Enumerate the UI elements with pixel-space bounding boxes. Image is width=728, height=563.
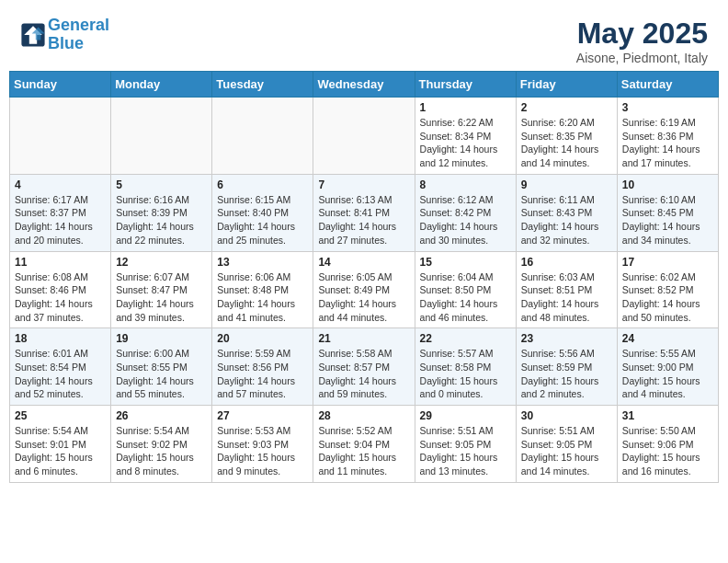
day-number: 27	[217, 409, 308, 422]
calendar-cell: 24Sunrise: 5:55 AMSunset: 9:00 PMDayligh…	[617, 328, 718, 406]
calendar-cell	[313, 98, 415, 175]
day-number: 4	[15, 178, 106, 191]
calendar-cell: 8Sunrise: 6:12 AMSunset: 8:42 PMDaylight…	[415, 174, 516, 251]
day-number: 24	[622, 332, 713, 345]
calendar-cell: 28Sunrise: 5:52 AMSunset: 9:04 PMDayligh…	[313, 406, 415, 483]
day-info: Sunrise: 6:08 AMSunset: 8:46 PMDaylight:…	[15, 270, 106, 325]
day-info: Sunrise: 6:17 AMSunset: 8:37 PMDaylight:…	[15, 193, 106, 247]
calendar-cell: 20Sunrise: 5:59 AMSunset: 8:56 PMDayligh…	[212, 328, 313, 406]
calendar-cell: 14Sunrise: 6:05 AMSunset: 8:49 PMDayligh…	[313, 251, 415, 328]
day-number: 17	[622, 256, 713, 269]
calendar-header-saturday: Saturday	[617, 72, 718, 98]
day-info: Sunrise: 5:57 AMSunset: 8:58 PMDaylight:…	[420, 347, 511, 401]
calendar-cell: 9Sunrise: 6:11 AMSunset: 8:43 PMDaylight…	[516, 174, 617, 251]
logo-text: GeneralBlue	[48, 17, 109, 53]
calendar-cell	[10, 98, 111, 175]
calendar-cell	[212, 98, 313, 175]
calendar-cell: 15Sunrise: 6:04 AMSunset: 8:50 PMDayligh…	[415, 251, 516, 328]
calendar-table: SundayMondayTuesdayWednesdayThursdayFrid…	[9, 71, 719, 483]
day-info: Sunrise: 5:51 AMSunset: 9:05 PMDaylight:…	[521, 424, 612, 478]
calendar-cell: 16Sunrise: 6:03 AMSunset: 8:51 PMDayligh…	[516, 251, 617, 328]
day-number: 8	[420, 178, 511, 191]
day-number: 13	[217, 256, 308, 269]
day-info: Sunrise: 5:51 AMSunset: 9:05 PMDaylight:…	[420, 424, 511, 478]
calendar-cell: 12Sunrise: 6:07 AMSunset: 8:47 PMDayligh…	[111, 251, 212, 328]
logo: GeneralBlue	[20, 17, 109, 53]
day-info: Sunrise: 5:52 AMSunset: 9:04 PMDaylight:…	[318, 424, 409, 478]
day-number: 3	[622, 101, 713, 114]
day-number: 30	[521, 409, 612, 422]
day-info: Sunrise: 5:58 AMSunset: 8:57 PMDaylight:…	[318, 347, 409, 401]
calendar-cell: 25Sunrise: 5:54 AMSunset: 9:01 PMDayligh…	[10, 406, 111, 483]
calendar-cell: 6Sunrise: 6:15 AMSunset: 8:40 PMDaylight…	[212, 174, 313, 251]
day-number: 19	[116, 332, 207, 345]
calendar-header-friday: Friday	[516, 72, 617, 98]
day-number: 11	[15, 256, 106, 269]
calendar-cell: 4Sunrise: 6:17 AMSunset: 8:37 PMDaylight…	[10, 174, 111, 251]
calendar-cell: 2Sunrise: 6:20 AMSunset: 8:35 PMDaylight…	[516, 98, 617, 175]
calendar-cell: 13Sunrise: 6:06 AMSunset: 8:48 PMDayligh…	[212, 251, 313, 328]
location-title: Aisone, Piedmont, Italy	[576, 51, 708, 65]
calendar-cell: 27Sunrise: 5:53 AMSunset: 9:03 PMDayligh…	[212, 406, 313, 483]
calendar-week-row: 4Sunrise: 6:17 AMSunset: 8:37 PMDaylight…	[10, 174, 719, 251]
calendar-cell: 7Sunrise: 6:13 AMSunset: 8:41 PMDaylight…	[313, 174, 415, 251]
day-info: Sunrise: 5:53 AMSunset: 9:03 PMDaylight:…	[217, 424, 308, 478]
calendar-header-wednesday: Wednesday	[313, 72, 415, 98]
day-info: Sunrise: 6:13 AMSunset: 8:41 PMDaylight:…	[318, 193, 409, 247]
day-number: 1	[420, 101, 511, 114]
day-number: 2	[521, 101, 612, 114]
day-number: 28	[318, 409, 409, 422]
page-header: GeneralBlue May 2025 Aisone, Piedmont, I…	[9, 9, 719, 71]
day-number: 18	[15, 332, 106, 345]
month-title: May 2025	[576, 17, 708, 51]
day-info: Sunrise: 6:06 AMSunset: 8:48 PMDaylight:…	[217, 270, 308, 325]
day-info: Sunrise: 5:55 AMSunset: 9:00 PMDaylight:…	[622, 347, 713, 401]
calendar-header-monday: Monday	[111, 72, 212, 98]
calendar-cell: 5Sunrise: 6:16 AMSunset: 8:39 PMDaylight…	[111, 174, 212, 251]
calendar-header-row: SundayMondayTuesdayWednesdayThursdayFrid…	[10, 72, 719, 98]
day-number: 12	[116, 256, 207, 269]
calendar-header-tuesday: Tuesday	[212, 72, 313, 98]
day-info: Sunrise: 5:59 AMSunset: 8:56 PMDaylight:…	[217, 347, 308, 401]
day-number: 22	[420, 332, 511, 345]
day-info: Sunrise: 6:07 AMSunset: 8:47 PMDaylight:…	[116, 270, 207, 325]
calendar-cell: 18Sunrise: 6:01 AMSunset: 8:54 PMDayligh…	[10, 328, 111, 406]
calendar-cell: 1Sunrise: 6:22 AMSunset: 8:34 PMDaylight…	[415, 98, 516, 175]
calendar-week-row: 1Sunrise: 6:22 AMSunset: 8:34 PMDaylight…	[10, 98, 719, 175]
day-number: 15	[420, 256, 511, 269]
day-info: Sunrise: 6:00 AMSunset: 8:55 PMDaylight:…	[116, 347, 207, 401]
day-info: Sunrise: 6:05 AMSunset: 8:49 PMDaylight:…	[318, 270, 409, 325]
day-info: Sunrise: 6:19 AMSunset: 8:36 PMDaylight:…	[622, 116, 713, 170]
calendar-cell: 31Sunrise: 5:50 AMSunset: 9:06 PMDayligh…	[617, 406, 718, 483]
day-info: Sunrise: 6:01 AMSunset: 8:54 PMDaylight:…	[15, 347, 106, 401]
day-number: 16	[521, 256, 612, 269]
day-info: Sunrise: 6:02 AMSunset: 8:52 PMDaylight:…	[622, 270, 713, 325]
day-info: Sunrise: 6:12 AMSunset: 8:42 PMDaylight:…	[420, 193, 511, 247]
day-number: 29	[420, 409, 511, 422]
calendar-week-row: 25Sunrise: 5:54 AMSunset: 9:01 PMDayligh…	[10, 406, 719, 483]
day-number: 7	[318, 178, 409, 191]
calendar-cell: 3Sunrise: 6:19 AMSunset: 8:36 PMDaylight…	[617, 98, 718, 175]
calendar-cell: 29Sunrise: 5:51 AMSunset: 9:05 PMDayligh…	[415, 406, 516, 483]
day-info: Sunrise: 6:11 AMSunset: 8:43 PMDaylight:…	[521, 193, 612, 247]
day-number: 14	[318, 256, 409, 269]
day-info: Sunrise: 5:54 AMSunset: 9:01 PMDaylight:…	[15, 424, 106, 478]
calendar-cell: 21Sunrise: 5:58 AMSunset: 8:57 PMDayligh…	[313, 328, 415, 406]
calendar-cell: 30Sunrise: 5:51 AMSunset: 9:05 PMDayligh…	[516, 406, 617, 483]
day-number: 6	[217, 178, 308, 191]
calendar-cell: 11Sunrise: 6:08 AMSunset: 8:46 PMDayligh…	[10, 251, 111, 328]
day-number: 10	[622, 178, 713, 191]
calendar-cell: 19Sunrise: 6:00 AMSunset: 8:55 PMDayligh…	[111, 328, 212, 406]
day-number: 31	[622, 409, 713, 422]
day-info: Sunrise: 6:16 AMSunset: 8:39 PMDaylight:…	[116, 193, 207, 247]
day-number: 21	[318, 332, 409, 345]
day-info: Sunrise: 5:56 AMSunset: 8:59 PMDaylight:…	[521, 347, 612, 401]
day-info: Sunrise: 6:10 AMSunset: 8:45 PMDaylight:…	[622, 193, 713, 247]
day-number: 20	[217, 332, 308, 345]
day-number: 9	[521, 178, 612, 191]
day-info: Sunrise: 6:04 AMSunset: 8:50 PMDaylight:…	[420, 270, 511, 325]
calendar-week-row: 11Sunrise: 6:08 AMSunset: 8:46 PMDayligh…	[10, 251, 719, 328]
calendar-cell: 10Sunrise: 6:10 AMSunset: 8:45 PMDayligh…	[617, 174, 718, 251]
day-info: Sunrise: 5:54 AMSunset: 9:02 PMDaylight:…	[116, 424, 207, 478]
day-info: Sunrise: 6:22 AMSunset: 8:34 PMDaylight:…	[420, 116, 511, 170]
